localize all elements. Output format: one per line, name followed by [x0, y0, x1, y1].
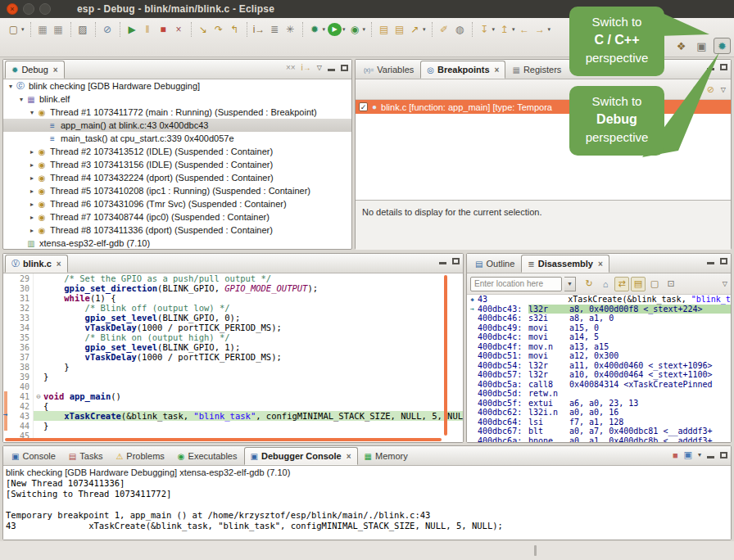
- folder-icon[interactable]: ▤: [377, 22, 391, 37]
- expand-arrow-icon[interactable]: ▸: [28, 214, 36, 221]
- instruction-stepping-toggle-icon[interactable]: i→: [301, 63, 311, 72]
- dropdown-arrow-icon[interactable]: ▾: [363, 26, 366, 33]
- bp-tab-variables[interactable]: (x)=Variables: [357, 61, 420, 79]
- editor-line[interactable]: 40: [3, 382, 463, 391]
- tree-item[interactable]: ▸◉Thread #2 1073413512 (IDLE) (Suspended…: [3, 145, 351, 158]
- fold-collapse-icon[interactable]: ⊖: [34, 392, 43, 400]
- tree-item[interactable]: ▸◉Thread #4 1073432224 (dport) (Suspende…: [3, 171, 351, 184]
- run-icon[interactable]: ▶: [328, 23, 342, 36]
- dis-tab-disassembly[interactable]: ≣Disassembly×: [521, 255, 609, 273]
- tab-blink-c[interactable]: Ⓥ blink.c ×: [5, 255, 68, 273]
- location-input[interactable]: Enter location here: [470, 277, 562, 291]
- back-icon[interactable]: ←: [518, 22, 532, 37]
- refresh-icon[interactable]: ↻: [582, 277, 596, 291]
- tree-item[interactable]: ≡main_task() at cpu_start.c:339 0x400d05…: [3, 132, 351, 145]
- pin-view-icon[interactable]: ⊡: [664, 277, 678, 291]
- expand-arrow-icon[interactable]: ▸: [28, 174, 36, 182]
- save-icon[interactable]: ▦: [36, 22, 50, 37]
- step-over-icon[interactable]: ↷: [212, 22, 226, 37]
- external-tools-icon[interactable]: ◍: [453, 22, 467, 37]
- bp-tab-breakpoints[interactable]: ◎Breakpoints×: [420, 61, 505, 79]
- close-icon[interactable]: ×: [347, 452, 351, 461]
- terminate-console-icon[interactable]: ■: [673, 450, 678, 460]
- con-tab-executables[interactable]: ◉Executables: [171, 447, 244, 465]
- editor-line[interactable]: 38 }: [3, 362, 463, 372]
- expand-arrow-icon[interactable]: ▸: [28, 227, 36, 234]
- tab-debug[interactable]: ✹ Debug ×: [5, 61, 65, 79]
- con-tab-console[interactable]: ▣Console: [5, 447, 62, 465]
- editor-line[interactable]: 37 vTaskDelay(1000 / portTICK_PERIOD_MS)…: [3, 352, 463, 362]
- disassembly-row[interactable]: 400dbc5d:retw.n: [467, 389, 731, 399]
- last-edit-location-icon[interactable]: ↧: [478, 22, 492, 37]
- editor-line[interactable]: 36 gpio_set_level(BLINK_GPIO, 1);: [3, 342, 463, 352]
- expand-arrow-icon[interactable]: ▸: [28, 201, 36, 208]
- disassembly-row[interactable]: 400dbc49:movia15, 0: [467, 323, 731, 333]
- expand-arrow-icon[interactable]: ▸: [28, 161, 36, 169]
- collapse-arrow-icon[interactable]: ▾: [28, 109, 36, 116]
- disassembly-row[interactable]: 400dbc67:blta0, a7, 0x400dbc81 <__adddf3…: [467, 427, 731, 436]
- view-menu-icon[interactable]: ▽: [723, 280, 727, 287]
- close-icon[interactable]: ×: [598, 260, 603, 269]
- tree-item[interactable]: ▸◉Thread #8 1073411336 (dport) (Suspende…: [3, 224, 351, 237]
- dis-tab-outline[interactable]: ▤Outline: [469, 255, 521, 273]
- save-all-icon[interactable]: ▦: [52, 22, 66, 37]
- tree-item[interactable]: ▸◉Thread #3 1073413156 (IDLE) (Suspended…: [3, 158, 351, 171]
- tree-item[interactable]: ▸◉Thread #6 1073431096 (Tmr Svc) (Suspen…: [3, 197, 351, 210]
- disassembly-row[interactable]: 400dbc5f:extuia6, a0, 23, 13: [467, 399, 731, 409]
- disassembly-row[interactable]: ◆43 xTaskCreate(&blink_task, "blink_tas: [467, 295, 731, 305]
- con-tab-tasks[interactable]: ▤Tasks: [62, 447, 110, 465]
- new-wizard-icon[interactable]: ▢: [7, 22, 20, 37]
- collapse-arrow-icon[interactable]: ▾: [17, 96, 25, 103]
- disassembly-row[interactable]: →400dbc43:l32ra8, 0x400d00f8 <_stext+224…: [467, 305, 731, 314]
- dropdown-arrow-icon[interactable]: ▾: [512, 26, 515, 33]
- maximize-icon[interactable]: [720, 258, 727, 264]
- disassembly-row[interactable]: 400dbc4f:mov.na13, a15: [467, 342, 731, 352]
- editor-line[interactable]: 33 gpio_set_level(BLINK_GPIO, 0);: [3, 313, 463, 323]
- minimize-icon[interactable]: [707, 456, 714, 458]
- minimize-button[interactable]: [23, 3, 34, 15]
- editor-horizontal-scrollbar[interactable]: [5, 438, 442, 441]
- maximize-icon[interactable]: [452, 258, 460, 264]
- editor-line[interactable]: 31 while(1) {: [3, 293, 463, 303]
- minimize-icon[interactable]: [328, 69, 335, 71]
- maximize-button[interactable]: [39, 3, 51, 15]
- minimize-icon[interactable]: [439, 262, 446, 264]
- editor-line[interactable]: 32 /* Blink off (output low) */: [3, 303, 463, 313]
- dropdown-arrow-icon[interactable]: ▾: [492, 26, 496, 33]
- disconnect-icon[interactable]: ×: [172, 22, 186, 37]
- resume-icon[interactable]: ▶: [125, 22, 139, 37]
- flash-debug-icon[interactable]: ↗: [408, 22, 422, 37]
- minimize-icon[interactable]: [707, 262, 714, 264]
- new-view-icon[interactable]: ▢: [647, 277, 662, 291]
- disassembly-row[interactable]: 400dbc6a:bnonea0, a1, 0x400dbc8b <__addd…: [467, 436, 731, 443]
- con-tab-memory[interactable]: ▦Memory: [358, 447, 415, 465]
- sash-handle[interactable]: [534, 545, 537, 556]
- editor-line[interactable]: 39}: [3, 372, 463, 382]
- minimize-icon[interactable]: [707, 68, 714, 70]
- disassembly-row[interactable]: 400dbc62:l32i.na0, a0, 16: [467, 408, 731, 418]
- tree-item[interactable]: ▥xtensa-esp32-elf-gdb (7.10): [3, 237, 351, 249]
- maximize-icon[interactable]: [341, 65, 348, 71]
- editor-content[interactable]: 29 /* Set the GPIO as a push/pull output…: [3, 273, 463, 442]
- disassembly-row[interactable]: 400dbc51:movia12, 0x300: [467, 351, 731, 361]
- disassembly-row[interactable]: 400dbc46:s32ia8, a1, 0: [467, 314, 731, 323]
- disassembly-row[interactable]: 400dbc64:lsif7, a1, 128: [467, 418, 731, 427]
- disassembly-row[interactable]: 400dbc54:l32ra11, 0x400d0460 <_stext+109…: [467, 361, 731, 371]
- tree-item[interactable]: ▾◉Thread #1 1073411772 (main : Running) …: [3, 106, 351, 119]
- close-button[interactable]: ×: [7, 3, 18, 15]
- build-icon[interactable]: ▨: [76, 22, 90, 37]
- close-icon[interactable]: ×: [53, 65, 58, 75]
- editor-line[interactable]: 34 vTaskDelay(1000 / portTICK_PERIOD_MS)…: [3, 323, 463, 332]
- remove-all-terminated-icon[interactable]: ××: [286, 63, 296, 72]
- breakpoint-action-icon[interactable]: ✳: [283, 22, 297, 37]
- editor-line[interactable]: 42{: [3, 401, 463, 411]
- maximize-icon[interactable]: [720, 452, 727, 458]
- step-return-icon[interactable]: ↰: [228, 22, 242, 37]
- breakpoint-checkbox[interactable]: ✓: [359, 102, 368, 111]
- view-menu-icon[interactable]: ▽: [317, 64, 322, 71]
- go-to-last-edit-icon[interactable]: ↥: [497, 22, 511, 37]
- con-tab-problems[interactable]: ⚠Problems: [109, 447, 170, 465]
- editor-line[interactable]: 29 /* Set the GPIO as a push/pull output…: [3, 273, 463, 283]
- editor-line[interactable]: 44}: [3, 421, 463, 431]
- close-icon[interactable]: ×: [57, 260, 61, 269]
